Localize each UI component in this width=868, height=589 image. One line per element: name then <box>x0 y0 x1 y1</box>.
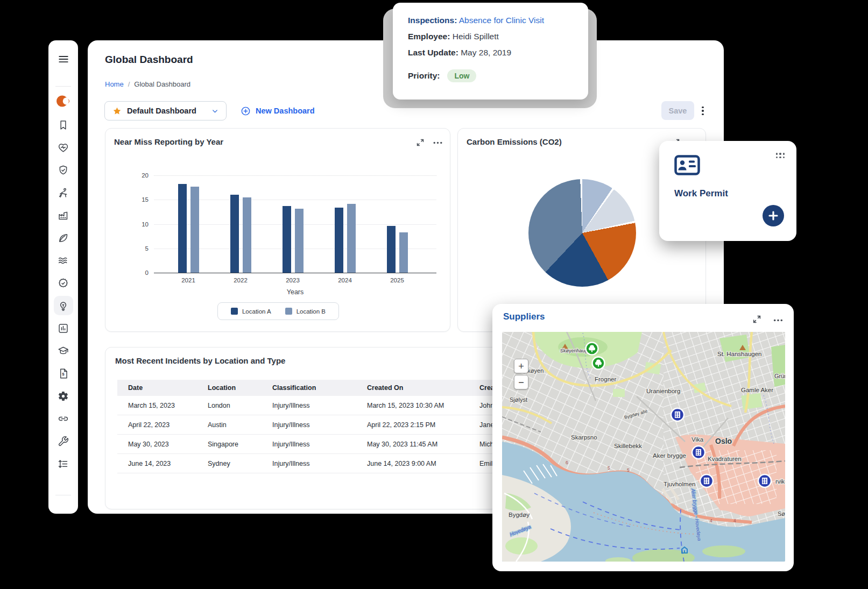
table-cell: April 22, 2023 <box>117 415 197 435</box>
sidebar-item-factory[interactable] <box>48 204 78 226</box>
popup-last-update: Last Update: May 28, 2019 <box>408 48 588 58</box>
dashboard-selector-value: Default Dashboard <box>127 107 206 115</box>
kebab-menu-icon[interactable] <box>698 105 708 116</box>
sidebar-divider <box>55 495 71 495</box>
ellipsis-menu-icon[interactable] <box>773 316 783 324</box>
popup-title-value: Absence for Clinic Visit <box>459 16 544 25</box>
tree-marker[interactable] <box>592 357 605 370</box>
supplier-building-marker[interactable] <box>671 408 684 421</box>
sidebar-item-health-heart[interactable] <box>48 136 78 159</box>
table-cell: London <box>197 396 262 415</box>
y-axis-tick: 10 <box>142 221 149 228</box>
x-axis-tick: 2022 <box>234 277 248 283</box>
y-axis-tick: 5 <box>145 245 149 252</box>
popup-employee: Employee: Heidi Spillett <box>408 32 588 41</box>
work-permit-card[interactable]: Work Permit <box>659 141 796 241</box>
table-cell: May 30, 2023 <box>117 435 197 454</box>
app-logo-icon[interactable] <box>55 93 72 111</box>
svg-text:$: $ <box>62 372 65 377</box>
y-axis-tick: 0 <box>145 269 149 276</box>
sidebar-item-bar-chart[interactable] <box>48 317 78 339</box>
new-dashboard-label: New Dashboard <box>256 107 315 115</box>
new-dashboard-button[interactable]: New Dashboard <box>235 101 320 120</box>
map-label: Uranienborg <box>646 388 680 394</box>
bar-2024-location-a <box>335 208 343 273</box>
map-label: Tjuvholmen <box>664 481 695 487</box>
bar-2022-location-a <box>230 195 239 273</box>
sidebar-item-wrench[interactable] <box>48 430 78 452</box>
x-axis-tick: 2021 <box>181 277 195 283</box>
map-label: 4 <box>733 518 736 523</box>
column-header: Created On <box>356 380 469 396</box>
inspection-popup-card[interactable]: Inspections: Absence for Clinic Visit Em… <box>393 3 588 100</box>
map-label: 4 <box>710 518 712 523</box>
sidebar-item-shield-check[interactable] <box>48 159 78 181</box>
sidebar-item-settings-gear[interactable] <box>48 385 78 407</box>
drag-handle-icon[interactable] <box>776 153 785 158</box>
breadcrumb-home-link[interactable]: Home <box>105 80 124 88</box>
lightbulb-icon <box>58 300 69 311</box>
dashboard-selector-dropdown[interactable]: Default Dashboard <box>104 101 227 120</box>
sidebar-item-leaf[interactable] <box>48 226 78 249</box>
sidebar-item-bookmark[interactable] <box>48 113 78 136</box>
chart-title: Near Miss Reporting by Year <box>114 137 223 146</box>
bar-2024-location-b <box>347 204 356 273</box>
x-axis-tick: 2025 <box>390 277 404 283</box>
expand-icon[interactable] <box>415 138 425 147</box>
sidebar-nav: $ <box>48 113 78 475</box>
expand-icon[interactable] <box>752 315 761 323</box>
table-cell: Sydney <box>197 454 262 473</box>
popup-title: Inspections: Absence for Clinic Visit <box>408 16 588 25</box>
map-label: Aker brygge <box>653 452 686 459</box>
suppliers-title: Suppliers <box>503 311 545 322</box>
bar-2023-location-b <box>295 209 304 273</box>
pie-chart <box>528 179 636 287</box>
tree-marker[interactable] <box>586 343 598 355</box>
billing-document-icon: $ <box>58 368 69 379</box>
map-label: Skillebekk <box>614 443 642 449</box>
zoom-out-button[interactable]: − <box>514 375 528 389</box>
map-label: Skarpsno <box>571 434 597 441</box>
bar-chart-icon <box>58 323 69 334</box>
supplier-building-marker[interactable] <box>700 474 713 487</box>
table-cell: Injury/Illness <box>262 396 356 415</box>
hamburger-menu-icon[interactable] <box>58 53 69 67</box>
sidebar-item-lightbulb[interactable] <box>48 294 78 317</box>
link-icon <box>58 413 69 424</box>
save-button[interactable]: Save <box>661 101 694 120</box>
near-miss-chart-card: Near Miss Reporting by Year 051015202021… <box>105 128 450 332</box>
sidebar-item-link[interactable] <box>48 407 78 430</box>
sidebar-item-billing-document[interactable]: $ <box>48 362 78 385</box>
supplier-building-marker[interactable] <box>692 446 705 459</box>
bar-chart-plot: 0510152020212022202320242025 <box>154 175 436 273</box>
table-cell: Austin <box>197 415 262 435</box>
breadcrumb-separator: / <box>128 80 130 88</box>
map-label: Sjølyst <box>510 396 527 403</box>
page-title: Global Dashboard <box>105 54 193 66</box>
sidebar-item-ergonomics[interactable] <box>48 181 78 204</box>
map-label: Bygdøy <box>509 512 530 518</box>
sidebar-item-badge-check[interactable] <box>48 272 78 294</box>
ellipsis-menu-icon[interactable] <box>433 138 442 147</box>
graduation-cap-icon <box>58 345 69 357</box>
factory-icon <box>58 210 69 221</box>
supplier-building-marker[interactable] <box>758 474 771 487</box>
sidebar-item-list-sort[interactable] <box>48 452 78 475</box>
bar-2022-location-b <box>243 197 251 273</box>
x-axis-tick: 2023 <box>286 277 300 283</box>
sidebar-item-waves[interactable] <box>48 249 78 272</box>
priority-badge: Low <box>447 69 476 82</box>
table-cell: May 30, 2023 11:45 AM <box>356 435 469 454</box>
add-work-permit-button[interactable] <box>763 205 784 226</box>
badge-check-icon <box>58 278 69 289</box>
work-permit-title: Work Permit <box>674 188 728 199</box>
zoom-in-button[interactable]: + <box>514 359 528 373</box>
map-label: 5 <box>627 467 630 473</box>
sidebar-item-graduation-cap[interactable] <box>48 339 78 362</box>
map-label: Oslo <box>715 437 732 445</box>
waves-icon <box>58 255 69 266</box>
suppliers-map[interactable]: SkøyenhaugenSkøyenSt. HanshaugenGrüneFro… <box>502 332 785 562</box>
id-card-icon <box>674 155 700 175</box>
sidebar: $ <box>48 40 78 514</box>
table-cell: June 14, 2023 9:00 AM <box>356 454 469 473</box>
